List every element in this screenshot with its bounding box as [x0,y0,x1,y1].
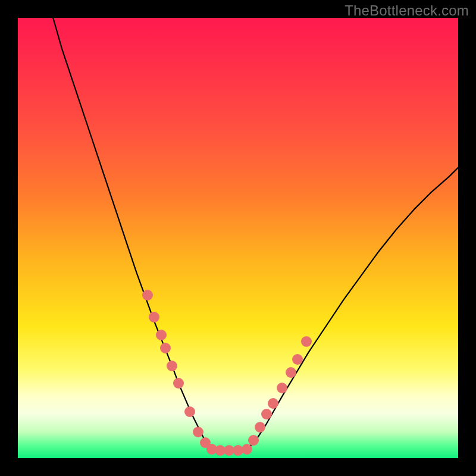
data-dot [242,444,252,455]
data-dot [193,427,203,437]
data-dot [248,435,259,446]
watermark-label: TheBottleneck.com [345,2,469,19]
data-dot [184,406,195,417]
data-dot [292,354,303,365]
data-dot [268,398,278,409]
plot-area [18,18,458,458]
data-dot [149,312,159,322]
data-dot [156,330,167,340]
data-dot [167,361,177,371]
data-dot [173,378,184,389]
data-dot [142,290,153,300]
data-dot [160,343,171,353]
data-dot [255,422,265,433]
data-dot [261,409,272,419]
data-dot [277,383,287,393]
data-dot [301,336,312,347]
data-dot [286,367,296,378]
data-dots-layer [18,18,458,458]
chart-frame: TheBottleneck.com [0,0,476,476]
